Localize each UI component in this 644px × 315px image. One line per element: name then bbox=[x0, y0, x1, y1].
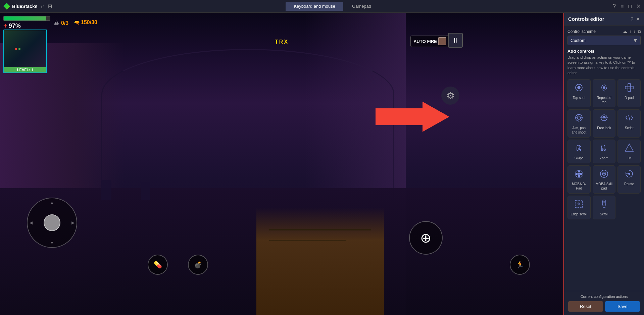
svg-point-4 bbox=[603, 87, 605, 89]
moba-dpad-icon bbox=[574, 169, 584, 180]
gear-icon: ⚙ bbox=[446, 90, 455, 101]
multi-instance-icon[interactable]: ⊞ bbox=[48, 3, 52, 9]
scheme-select[interactable]: Custom Default FPS MOBA bbox=[567, 36, 641, 45]
repeated-tap-label: Repeated tap bbox=[594, 96, 614, 104]
minimap: LEVEL: 1 bbox=[3, 30, 47, 73]
joystick[interactable]: ▲ ▼ ◀ ▶ bbox=[27, 198, 77, 248]
health-bar-fill bbox=[4, 16, 46, 20]
reset-button[interactable]: Reset bbox=[568, 301, 603, 312]
svg-rect-37 bbox=[602, 200, 606, 206]
bluestacks-logo: BlueStacks bbox=[3, 3, 37, 10]
window-icon[interactable]: □ bbox=[628, 3, 632, 9]
scheme-upload-icon[interactable]: ↑ bbox=[629, 29, 632, 34]
hud-kills: ☠ 0/3 bbox=[54, 19, 68, 27]
skull-icon: ☠ bbox=[54, 19, 59, 27]
joystick-thumb bbox=[44, 214, 60, 231]
control-tilt[interactable]: Tilt bbox=[617, 140, 641, 163]
main-content: TRX + 97% LEVEL: 1 bbox=[0, 13, 644, 315]
control-swipe[interactable]: Swipe bbox=[567, 140, 591, 163]
svg-rect-9 bbox=[625, 86, 628, 89]
svg-rect-29 bbox=[576, 173, 578, 175]
dpad-icon bbox=[625, 83, 634, 94]
config-actions-title: Current configuration actions bbox=[568, 295, 640, 299]
tap-spot-label: Tap spot bbox=[573, 96, 585, 100]
scheme-cloud-icon[interactable]: ☁ bbox=[623, 29, 627, 34]
control-dpad[interactable]: D-pad bbox=[617, 79, 641, 107]
controls-grid: Tap spot Repeated tap bbox=[567, 79, 641, 219]
svg-point-19 bbox=[603, 117, 604, 118]
help-icon[interactable]: ? bbox=[613, 3, 616, 9]
control-moba-dpad[interactable]: MOBA D-Pad bbox=[567, 165, 591, 194]
scheme-download-icon[interactable]: ↓ bbox=[634, 29, 636, 34]
bullet-icon: 🔫 bbox=[74, 20, 80, 25]
dpad-label: D-pad bbox=[625, 96, 634, 100]
scheme-copy-icon[interactable]: ⧉ bbox=[638, 29, 641, 34]
svg-point-31 bbox=[578, 173, 580, 175]
tilt-label: Tilt bbox=[627, 156, 631, 160]
tab-bar: Keyboard and mouse Gamepad bbox=[286, 2, 379, 11]
control-tap-spot[interactable]: Tap spot bbox=[567, 79, 591, 107]
weapon-slot-1[interactable]: 💊 bbox=[148, 255, 168, 275]
rotate-label: Rotate bbox=[624, 182, 634, 186]
control-aim-pan-shoot[interactable]: Aim, pan and shoot bbox=[567, 109, 591, 138]
joystick-left-arrow: ◀ bbox=[30, 220, 33, 225]
script-label: Script bbox=[625, 126, 634, 130]
close-icon[interactable]: ✕ bbox=[636, 3, 641, 9]
player-weapon bbox=[256, 208, 384, 315]
arch bbox=[101, 49, 394, 200]
save-button[interactable]: Save bbox=[605, 301, 640, 312]
svg-rect-7 bbox=[628, 84, 631, 86]
auto-fire-box[interactable] bbox=[438, 37, 446, 45]
gun-rail bbox=[269, 240, 346, 241]
scheme-action-icons: ☁ ↑ ↓ ⧉ bbox=[623, 29, 641, 34]
aim-shoot-button[interactable]: ⊕ bbox=[409, 221, 443, 255]
control-moba-skill-pad[interactable]: MOBA Skill pad bbox=[593, 165, 616, 194]
weapon-slot-3[interactable]: 🏃 bbox=[510, 255, 530, 275]
moba-skill-pad-icon bbox=[599, 169, 609, 180]
moba-dpad-label: MOBA D-Pad bbox=[569, 182, 589, 191]
minimap-inner bbox=[4, 30, 46, 72]
bluestacks-name: BlueStacks bbox=[12, 4, 37, 9]
weapon-slot-2[interactable]: 💣 bbox=[188, 255, 208, 275]
health-bar bbox=[3, 16, 50, 21]
panel-title: Controls editor bbox=[568, 16, 604, 22]
control-free-look[interactable]: Free look bbox=[593, 109, 616, 138]
health-text: + 97% bbox=[3, 22, 50, 30]
control-repeated-tap[interactable]: Repeated tap bbox=[593, 79, 616, 107]
control-script[interactable]: Script bbox=[617, 109, 641, 138]
svg-point-12 bbox=[577, 116, 581, 119]
red-arrow-indicator bbox=[376, 102, 449, 133]
scroll-label: Scroll bbox=[600, 212, 608, 216]
joystick-right-arrow: ▶ bbox=[71, 220, 75, 225]
add-controls-description: Drag and drop an action on your game scr… bbox=[567, 55, 641, 76]
crosshair-icon: ⊕ bbox=[420, 230, 432, 246]
moba-skill-pad-label: MOBA Skill pad bbox=[594, 182, 614, 191]
svg-rect-10 bbox=[631, 86, 633, 89]
scheme-select-wrapper: Custom Default FPS MOBA ▼ bbox=[567, 36, 641, 45]
control-scroll[interactable]: Scroll bbox=[593, 196, 616, 219]
trx-label: TRX bbox=[275, 39, 289, 45]
tab-gamepad[interactable]: Gamepad bbox=[344, 2, 379, 11]
level-badge: LEVEL: 1 bbox=[4, 67, 46, 72]
panel-help-icon[interactable]: ? bbox=[631, 16, 633, 22]
control-rotate[interactable]: Rotate bbox=[617, 165, 641, 194]
panel-footer: Current configuration actions Reset Save bbox=[564, 291, 644, 315]
swipe-label: Swipe bbox=[575, 156, 584, 160]
add-controls-section: Add controls Drag and drop an action on … bbox=[567, 49, 641, 219]
svg-point-34 bbox=[603, 173, 605, 174]
pause-button[interactable]: ⏸ bbox=[448, 33, 463, 48]
control-zoom[interactable]: Zoom bbox=[593, 140, 616, 163]
home-icon[interactable]: ⌂ bbox=[41, 3, 44, 10]
menu-icon[interactable]: ≡ bbox=[621, 3, 624, 9]
control-scheme-section: Control scheme ☁ ↑ ↓ ⧉ Custom Default FP… bbox=[567, 29, 641, 45]
control-edge-scroll[interactable]: Edge scroll bbox=[567, 196, 591, 219]
top-bar: BlueStacks ⌂ ⊞ Keyboard and mouse Gamepa… bbox=[0, 0, 644, 13]
svg-point-2 bbox=[578, 86, 580, 89]
enemy-1 bbox=[101, 180, 111, 200]
add-controls-title: Add controls bbox=[567, 49, 641, 54]
panel-close-icon[interactable]: ✕ bbox=[636, 16, 640, 22]
tilt-icon bbox=[625, 143, 634, 154]
tab-keyboard-mouse[interactable]: Keyboard and mouse bbox=[286, 2, 343, 11]
weapon-body bbox=[256, 208, 384, 315]
footer-buttons: Reset Save bbox=[568, 301, 640, 312]
